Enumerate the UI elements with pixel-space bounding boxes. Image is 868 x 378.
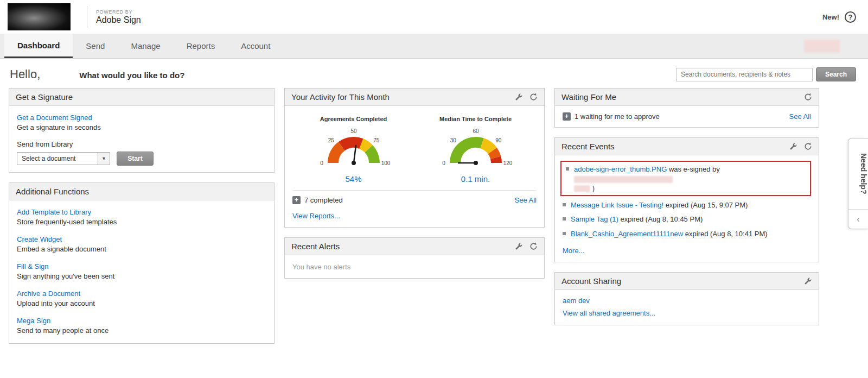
add-template-link[interactable]: Add Template to Library [17,208,91,216]
help-question-icon[interactable]: ? [845,11,856,23]
create-widget-link[interactable]: Create Widget [17,235,62,243]
bullet-icon [563,203,566,206]
wrench-icon[interactable] [789,142,797,150]
gauge-agreements-completed: Agreements Completed 0255075100 54% [308,114,400,184]
func-add-template: Add Template to Library Store frequently… [17,207,266,226]
event-action: was e-signed by [669,165,720,173]
top-bar: POWERED BY Adobe Sign New! ? [0,0,868,34]
event-document-link[interactable]: Sample Tag (1) [571,215,618,223]
svg-text:75: 75 [373,137,380,143]
search-button[interactable]: Search [816,67,856,81]
event-row-esigned: adobe-sign-error_thumb.PNG was e-signed … [566,165,806,193]
greeting-row: Hello, What would you like to do? Search [0,59,868,88]
func-archive: Archive a Document Upload into your acco… [17,288,266,307]
refresh-icon[interactable] [804,142,812,150]
fill-sign-link[interactable]: Fill & Sign [17,262,49,270]
waiting-see-all-link[interactable]: See All [789,112,811,121]
get-document-signed-link[interactable]: Get a Document Signed [17,114,92,122]
view-shared-agreements-link[interactable]: View all shared agreements... [563,309,811,317]
plus-icon: + [563,112,571,121]
gauge-median-time: Median Time to Complete 0306090120 0.1 m… [430,114,522,184]
get-document-signed-sub: Get a signature in seconds [17,123,266,131]
event-document-link[interactable]: Message Link Issue - Testing! [571,201,663,209]
event-row: Message Link Issue - Testing! expired (A… [563,200,811,210]
tab-account[interactable]: Account [228,34,283,58]
refresh-icon[interactable] [529,242,538,250]
recent-alerts-header: Recent Alerts [285,238,544,255]
event-action: expired (Aug 8, 10:41 PM) [685,230,768,238]
search-area: Search [676,67,856,81]
completed-count-label: 7 completed [304,196,343,204]
start-button[interactable]: Start [117,152,154,166]
event-document-link[interactable]: Blank_Cashio_Agreement11111new [571,230,683,238]
svg-text:25: 25 [328,137,334,143]
panel-title: Waiting For Me [561,92,616,102]
func-fill-sign: Fill & Sign Sign anything you've been se… [17,261,266,280]
view-reports-link[interactable]: View Reports... [292,212,340,220]
brand-group: POWERED BY Adobe Sign [8,3,141,30]
activity-body: Agreements Completed 0255075100 54% Medi… [285,106,544,227]
event-text: Blank_Cashio_Agreement11111new expired (… [571,229,768,239]
waiting-row: + 1 waiting for me to approve See All [563,112,811,121]
need-help-label[interactable]: Need help? [848,138,868,209]
recent-alerts-body: You have no alerts [285,255,544,278]
company-logo [8,3,71,30]
tab-send[interactable]: Send [73,34,118,58]
panel-header-icons [804,277,812,285]
highlighted-event-box: adobe-sign-error_thumb.PNG was e-signed … [560,161,811,196]
document-select-value: Select a document [22,155,75,162]
refresh-icon[interactable] [804,93,812,101]
redacted-greeting-name [40,67,79,78]
waiting-for-me-panel: Waiting For Me + 1 waiting for me to app… [554,88,819,128]
archive-document-link[interactable]: Archive a Document [17,289,80,298]
func-mega-sign: Mega Sign Send to many people at once [17,316,266,335]
wrench-icon[interactable] [515,93,523,101]
search-input[interactable] [676,68,813,81]
wrench-icon[interactable] [515,242,523,250]
func-create-widget: Create Widget Embed a signable document [17,234,266,253]
document-select[interactable]: Select a document ▼ [17,152,110,165]
func-sub: Send to many people at once [17,326,266,335]
wrench-icon[interactable] [804,277,812,285]
top-right-controls: New! ? [822,11,856,23]
chevron-left-icon[interactable]: ‹ [848,209,868,229]
account-sharing-header: Account Sharing [555,273,819,290]
new-badge[interactable]: New! [822,13,839,21]
account-sharing-body: aem dev View all shared agreements... [555,290,819,325]
gauge-title: Median Time to Complete [430,116,522,122]
gauge-value: 54% [308,174,400,184]
waiting-count-label: 1 waiting for me to approve [575,112,660,121]
hello-label: Hello, [10,67,40,81]
additional-functions-panel: Additional Functions Add Template to Lib… [9,182,275,344]
get-signature-header: Get a Signature [9,89,274,106]
mega-sign-link[interactable]: Mega Sign [17,317,50,325]
left-column: Get a Signature Get a Document Signed Ge… [9,88,275,354]
more-events-link[interactable]: More... [563,247,584,255]
svg-text:30: 30 [450,137,456,143]
activity-see-all-link[interactable]: See All [515,196,537,204]
send-from-library-label: Send from Library [17,140,266,148]
middle-column: Your Activity for This Month Agreements … [284,88,545,288]
event-row: Blank_Cashio_Agreement11111new expired (… [563,229,811,239]
library-select-row: Select a document ▼ Start [17,152,266,166]
func-sub: Upload into your account [17,299,266,307]
shared-account-link[interactable]: aem dev [563,297,811,305]
redacted-username [804,40,840,53]
svg-text:50: 50 [350,128,357,134]
recent-alerts-panel: Recent Alerts You have no alerts [284,237,545,279]
activity-panel: Your Activity for This Month Agreements … [284,88,545,228]
bullet-icon [566,167,569,171]
panel-header-icons [515,93,538,101]
greeting-question: What would you like to do? [79,71,184,80]
event-action: expired (Aug 8, 10:45 PM) [621,215,703,223]
tab-reports[interactable]: Reports [174,34,228,58]
tab-manage[interactable]: Manage [118,34,173,58]
tab-dashboard[interactable]: Dashboard [4,34,73,58]
waiting-body: + 1 waiting for me to approve See All [555,106,819,127]
refresh-icon[interactable] [529,93,538,101]
event-action: expired (Aug 15, 9:07 PM) [666,201,748,209]
activity-footer: + 7 completed See All [292,190,537,204]
event-document-link[interactable]: adobe-sign-error_thumb.PNG [574,165,667,173]
main-nav: Dashboard Send Manage Reports Account [0,34,868,59]
event-text: Sample Tag (1) expired (Aug 8, 10:45 PM) [571,215,703,224]
